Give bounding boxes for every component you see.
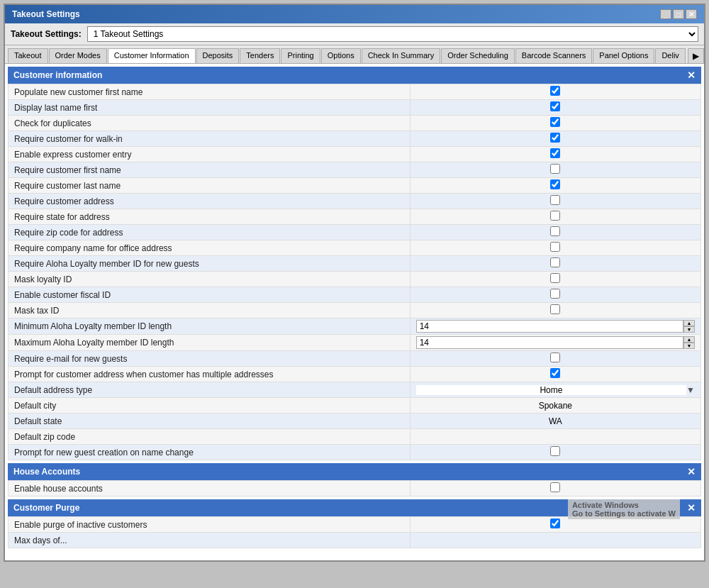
table-row: Require zip code for address — [9, 225, 701, 240]
require-customer-walkin-checkbox[interactable] — [550, 133, 560, 143]
table-row: Default state WA — [9, 414, 701, 429]
max-loyalty-id-decrement[interactable]: ▼ — [683, 343, 695, 349]
row-value — [410, 131, 700, 147]
row-value: ▲ ▼ — [410, 335, 700, 351]
require-first-name-checkbox[interactable] — [550, 164, 560, 174]
settings-label: Takeout Settings: — [11, 29, 82, 39]
close-button[interactable]: ✕ — [686, 9, 697, 19]
row-label: Prompt for new guest creation on name ch… — [9, 445, 411, 460]
require-state-checkbox[interactable] — [550, 211, 560, 221]
window-title: Takeout Settings — [12, 9, 80, 19]
require-last-name-checkbox[interactable] — [550, 179, 560, 189]
tab-tenders[interactable]: Tenders — [240, 48, 280, 63]
row-label: Maximum Aloha Loyalty member ID length — [9, 335, 411, 351]
row-label: Require state for address — [9, 209, 411, 225]
tab-printing[interactable]: Printing — [281, 48, 320, 63]
customer-purge-table: Enable purge of inactive customers Max d… — [8, 516, 701, 548]
mask-loyalty-id-checkbox[interactable] — [550, 273, 560, 283]
tab-options[interactable]: Options — [321, 48, 361, 63]
row-label: Display last name first — [9, 100, 411, 116]
populate-first-name-checkbox[interactable] — [550, 86, 560, 96]
table-row: Default zip code — [9, 429, 701, 445]
max-loyalty-id-length-input[interactable] — [416, 336, 683, 349]
row-label: Default state — [9, 414, 411, 429]
table-row: Mask loyalty ID — [9, 272, 701, 287]
min-loyalty-id-decrement[interactable]: ▼ — [683, 326, 695, 333]
row-label: Enable express customer entry — [9, 147, 411, 162]
row-label: Require customer address — [9, 194, 411, 209]
customer-purge-title: Customer Purge — [13, 503, 79, 513]
enable-express-entry-checkbox[interactable] — [550, 148, 560, 158]
prompt-new-guest-creation-checkbox[interactable] — [550, 446, 560, 456]
require-address-checkbox[interactable] — [550, 195, 560, 205]
row-value — [410, 240, 700, 256]
house-accounts-header: House Accounts ✕ — [8, 463, 701, 480]
tab-check-in-summary[interactable]: Check In Summary — [362, 48, 441, 63]
row-label: Require zip code for address — [9, 225, 411, 240]
max-loyalty-id-increment[interactable]: ▲ — [683, 336, 695, 343]
table-row: Require customer first name — [9, 162, 701, 178]
display-last-name-first-checkbox[interactable] — [550, 101, 560, 111]
require-company-checkbox[interactable] — [550, 242, 560, 252]
min-loyalty-id-increment[interactable]: ▲ — [683, 320, 695, 326]
tab-barcode-scanners[interactable]: Barcode Scanners — [515, 48, 593, 63]
row-label: Require e-mail for new guests — [9, 351, 411, 367]
min-loyalty-id-length-input[interactable] — [416, 320, 683, 333]
table-row: Require customer last name — [9, 178, 701, 194]
row-label: Default zip code — [9, 429, 411, 445]
require-email-checkbox[interactable] — [550, 353, 560, 362]
row-value — [410, 351, 700, 367]
customer-information-header: Customer information ✕ — [8, 67, 701, 84]
require-zip-checkbox[interactable] — [550, 226, 560, 236]
row-value — [410, 84, 700, 100]
tab-scroll-right[interactable]: ▶ — [688, 48, 704, 63]
mask-tax-id-checkbox[interactable] — [550, 304, 560, 314]
row-label: Enable purge of inactive customers — [9, 517, 411, 533]
tab-takeout[interactable]: Takeout — [8, 48, 48, 63]
default-address-type-dropdown-arrow[interactable]: ▼ — [686, 385, 695, 395]
prompt-multiple-addresses-checkbox[interactable] — [550, 368, 560, 378]
tab-panel-options[interactable]: Panel Options — [593, 48, 654, 63]
row-value — [410, 100, 700, 116]
table-row: Require state for address — [9, 209, 701, 225]
row-label: Default address type — [9, 382, 411, 398]
activate-windows-overlay: Activate WindowsGo to Settings to activa… — [568, 499, 680, 519]
row-value — [410, 225, 700, 240]
house-accounts-table: Enable house accounts — [8, 480, 701, 497]
row-value — [410, 272, 700, 287]
tab-order-scheduling[interactable]: Order Scheduling — [441, 48, 515, 63]
require-loyalty-id-checkbox[interactable] — [550, 257, 560, 267]
content-area: Customer information ✕ Populate new cust… — [5, 64, 704, 560]
check-duplicates-checkbox[interactable] — [550, 117, 560, 127]
maximize-button[interactable]: □ — [673, 9, 684, 19]
tab-deposits[interactable]: Deposits — [196, 48, 240, 63]
tab-order-modes[interactable]: Order Modes — [49, 48, 107, 63]
table-row: Minimum Aloha Loyalty member ID length ▲… — [9, 318, 701, 335]
tab-deliv[interactable]: Deliv — [655, 48, 685, 63]
row-label: Enable house accounts — [9, 481, 411, 497]
row-label: Mask tax ID — [9, 303, 411, 318]
row-value: WA — [410, 414, 700, 429]
table-row: Populate new customer first name — [9, 84, 701, 100]
default-city-value: Spokane — [539, 401, 572, 411]
row-label: Prompt for customer address when custome… — [9, 367, 411, 382]
customer-purge-header: Customer Purge ✕ Activate WindowsGo to S… — [8, 499, 701, 516]
enable-fiscal-id-checkbox[interactable] — [550, 289, 560, 299]
customer-information-collapse[interactable]: ✕ — [687, 70, 696, 81]
minimize-button[interactable]: _ — [660, 9, 671, 19]
table-row: Prompt for new guest creation on name ch… — [9, 445, 701, 460]
customer-purge-collapse[interactable]: ✕ — [687, 502, 696, 514]
enable-purge-checkbox[interactable] — [550, 518, 560, 528]
row-value — [410, 162, 700, 178]
settings-select[interactable]: 1 Takeout Settings — [87, 26, 698, 42]
house-accounts-collapse[interactable]: ✕ — [687, 466, 696, 477]
table-row: Enable house accounts — [9, 481, 701, 497]
row-label: Require Aloha Loyalty member ID for new … — [9, 256, 411, 272]
enable-house-accounts-checkbox[interactable] — [550, 482, 560, 492]
row-value — [410, 533, 700, 548]
table-row: Require Aloha Loyalty member ID for new … — [9, 256, 701, 272]
tab-customer-information[interactable]: Customer Information — [108, 48, 196, 64]
row-label: Minimum Aloha Loyalty member ID length — [9, 318, 411, 335]
table-row: Enable express customer entry — [9, 147, 701, 162]
row-value — [410, 303, 700, 318]
